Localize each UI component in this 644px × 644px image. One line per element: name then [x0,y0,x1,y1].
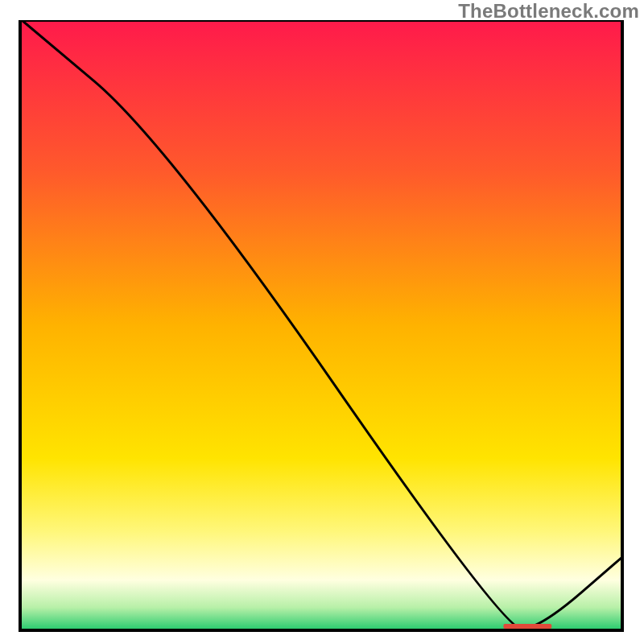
chart-background-gradient [22,20,624,629]
chart-stage: TheBottleneck.com [0,0,644,644]
bottleneck-chart [19,20,624,632]
optimal-band-marker [503,624,551,629]
watermark-label: TheBottleneck.com [458,0,639,23]
